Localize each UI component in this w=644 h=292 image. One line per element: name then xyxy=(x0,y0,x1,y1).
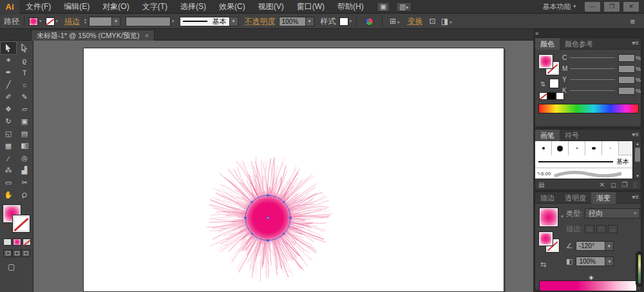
white-swatch[interactable] xyxy=(549,79,559,88)
menu-item-3[interactable]: 文字(T) xyxy=(136,0,174,14)
stroke-dropdown-icon[interactable]: ▾ xyxy=(56,19,59,24)
tab-stroke[interactable]: 描边 xyxy=(535,192,560,204)
zoom-tool[interactable]: Q xyxy=(17,189,32,201)
aspect-ratio-input[interactable]: 100% xyxy=(576,257,605,266)
line-segment-tool[interactable]: ╱ xyxy=(1,79,16,91)
tab-gradient[interactable]: 渐变 xyxy=(591,192,616,204)
stroke-panel-link[interactable]: 描边 xyxy=(64,16,80,27)
blend-tool[interactable]: ◎ xyxy=(17,152,32,164)
slider-value-input[interactable] xyxy=(618,76,635,84)
restore-button[interactable]: ❐ xyxy=(604,2,620,12)
mesh-tool[interactable]: ▦ xyxy=(1,140,16,152)
tab-color-guide[interactable]: 颜色参考 xyxy=(560,38,598,50)
calligraphic-brush-1[interactable] xyxy=(552,141,569,155)
none-button[interactable] xyxy=(23,238,31,246)
gradient-type-select[interactable]: 径向 ▾ xyxy=(585,208,640,219)
new-brush-icon[interactable]: ❐ xyxy=(622,181,628,188)
gradient-tool[interactable] xyxy=(17,140,32,152)
aspect-dropdown[interactable]: ▾ xyxy=(605,257,614,266)
angle-dropdown[interactable]: ▾ xyxy=(605,241,614,251)
artboard-tool[interactable]: ▭ xyxy=(1,177,16,189)
symbol-sprayer-tool[interactable]: ⁂ xyxy=(1,164,16,177)
magic-wand-tool[interactable]: ✶ xyxy=(1,54,16,66)
brush-definition-select[interactable]: 基本 xyxy=(180,17,230,26)
eraser-tool[interactable]: ▱ xyxy=(17,103,32,115)
screen-mode-button[interactable]: ▢ xyxy=(8,262,33,271)
menu-item-0[interactable]: 文件(F) xyxy=(19,0,57,14)
align-icon[interactable]: ⊞▾ xyxy=(390,17,400,26)
menu-item-1[interactable]: 编辑(E) xyxy=(57,0,96,14)
slider-value-input[interactable] xyxy=(618,87,635,95)
perspective-grid-tool[interactable]: ▤ xyxy=(17,128,32,140)
paintbrush-tool[interactable]: ✐ xyxy=(1,91,16,103)
color-spectrum-bar[interactable] xyxy=(538,104,639,113)
stroke-weight-input[interactable] xyxy=(89,17,112,26)
menu-item-2[interactable]: 对象(O) xyxy=(96,0,135,14)
tab-brushes[interactable]: 画笔 xyxy=(535,130,560,141)
stroke-color-swatch[interactable] xyxy=(46,17,55,26)
slider-track[interactable] xyxy=(570,90,615,91)
gradient-presets-dropdown-icon[interactable]: ▾ xyxy=(561,214,564,219)
menu-item-4[interactable]: 选择(S) xyxy=(174,0,213,14)
menu-item-6[interactable]: 视图(V) xyxy=(252,0,290,14)
delete-brush-icon[interactable]: ▯ xyxy=(633,181,637,188)
brushes-scrollbar[interactable]: ▲ ▼ xyxy=(633,141,641,179)
artboard[interactable] xyxy=(83,48,504,292)
width-profile-select[interactable] xyxy=(126,17,171,26)
calligraphic-brush-0[interactable] xyxy=(535,141,552,155)
pencil-tool[interactable]: ✎ xyxy=(17,91,32,103)
type-tool[interactable]: T xyxy=(17,66,32,79)
white-quick-swatch[interactable] xyxy=(556,92,564,100)
gradient-button[interactable] xyxy=(13,238,21,246)
menu-item-5[interactable]: 效果(C) xyxy=(213,0,252,14)
menu-item-8[interactable]: 帮助(H) xyxy=(331,0,370,14)
dock-scrollbar[interactable] xyxy=(636,251,643,287)
arrange-documents-icon[interactable]: ▥▾ xyxy=(396,2,412,12)
opacity-dropdown[interactable]: ▾ xyxy=(306,17,314,26)
gradient-midpoint-handle[interactable] xyxy=(588,275,593,280)
panel-menu-icon[interactable]: ▾≡ xyxy=(632,193,639,200)
stroke-proxy-swatch[interactable] xyxy=(13,215,30,232)
slider-value-input[interactable] xyxy=(618,65,635,73)
gradient-thumbnail[interactable] xyxy=(539,208,558,227)
calligraphic-brush-4[interactable] xyxy=(602,141,619,155)
draw-normal-button[interactable] xyxy=(3,249,12,257)
scrollbar-thumb[interactable] xyxy=(635,148,640,162)
shape-builder-tool[interactable]: ◱ xyxy=(1,128,16,140)
brush-libraries-icon[interactable]: ▤ xyxy=(538,181,544,188)
panel-menu-icon[interactable]: ▾≡ xyxy=(632,131,639,138)
transform-link[interactable]: 变换 xyxy=(408,16,423,27)
draw-behind-button[interactable] xyxy=(12,249,21,257)
scroll-up-icon[interactable]: ▲ xyxy=(634,141,641,147)
gradient-fill-swatch[interactable] xyxy=(539,232,553,246)
stroke-weight-stepper[interactable]: ▲▼ xyxy=(84,18,87,24)
remove-brush-stroke-icon[interactable]: ✕ xyxy=(600,181,605,188)
angle-input[interactable]: -120° xyxy=(576,241,605,251)
close-button[interactable]: ✕ xyxy=(623,2,639,12)
selection-tool[interactable] xyxy=(1,42,16,54)
select-similar-icon[interactable]: ◨▾ xyxy=(441,17,452,26)
bridge-icon[interactable]: ▣ xyxy=(377,2,390,12)
brush-options-icon[interactable]: ◻ xyxy=(611,181,616,188)
calligraphic-brush-3[interactable] xyxy=(585,141,602,155)
canvas-area[interactable] xyxy=(33,41,533,292)
brush-definition-dropdown[interactable]: ▾ xyxy=(230,17,238,26)
reverse-gradient-icon[interactable]: ⇆ xyxy=(540,260,546,269)
gradient-ramp[interactable] xyxy=(539,280,637,291)
close-tab-icon[interactable]: × xyxy=(145,32,149,39)
fill-color-swatch[interactable] xyxy=(29,17,38,26)
document-tab[interactable]: 未标题-1* @ 150% (CMYK/预览) × xyxy=(31,30,155,41)
column-graph-tool[interactable]: ▟ xyxy=(17,164,32,177)
color-fill-swatch[interactable] xyxy=(539,55,553,68)
charcoal-brush-item[interactable]: ✎ 6.00 xyxy=(535,168,632,179)
direct-selection-tool[interactable] xyxy=(17,42,32,54)
control-panel-menu-icon[interactable]: ≡ xyxy=(630,17,640,26)
blob-brush-tool[interactable]: ❖ xyxy=(1,103,16,115)
opacity-link[interactable]: 不透明度 xyxy=(245,16,276,27)
tab-transparency[interactable]: 透明度 xyxy=(560,192,591,204)
hand-tool[interactable]: ✋ xyxy=(1,189,16,201)
rotate-tool[interactable]: ↻ xyxy=(1,115,16,128)
recolor-artwork-icon[interactable] xyxy=(365,17,374,26)
collapse-panels-icon[interactable]: « xyxy=(535,30,539,37)
free-transform-tool[interactable]: ▣ xyxy=(17,115,32,128)
